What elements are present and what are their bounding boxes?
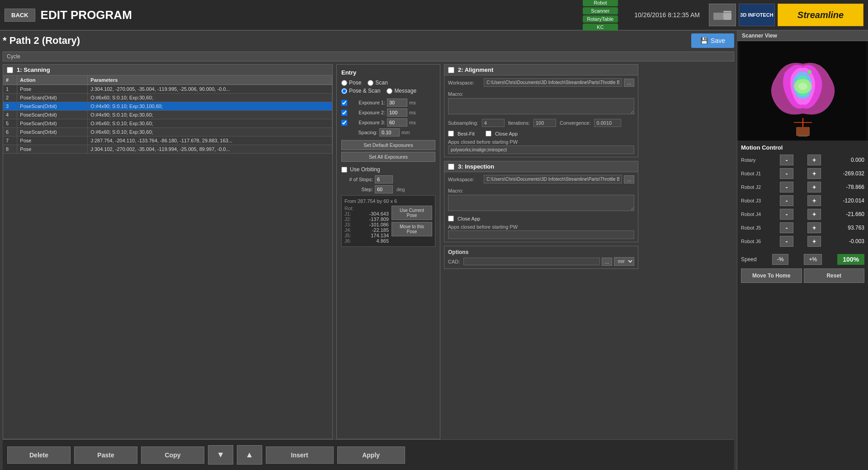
- alignment-workspace-browse-button[interactable]: ...: [624, 79, 634, 87]
- radio-scan[interactable]: Scan: [368, 80, 387, 86]
- step-input[interactable]: [375, 185, 393, 193]
- move-up-button[interactable]: ▲: [237, 445, 262, 465]
- table-row[interactable]: 8 Pose J:304.102, -270.002, -35.004, -11…: [3, 145, 332, 154]
- robot-j6-plus-button[interactable]: +: [807, 236, 821, 247]
- robot-j2-value: -78.866: [835, 184, 864, 190]
- speed-increase-button[interactable]: +%: [804, 254, 822, 265]
- table-row[interactable]: 5 PoseScan(Orbit) O:#6x60; S:0.10; Exp:3…: [3, 119, 332, 128]
- scanning-checkbox[interactable]: [7, 67, 13, 73]
- speed-decrease-button[interactable]: -%: [772, 254, 789, 265]
- exposure1-input[interactable]: [387, 99, 407, 107]
- exposure3-checkbox[interactable]: [341, 120, 347, 126]
- convergence-input[interactable]: [594, 119, 621, 127]
- reset-button[interactable]: Reset: [804, 268, 865, 283]
- delete-button[interactable]: Delete: [7, 446, 71, 464]
- table-row[interactable]: 4 PoseScan(Orbit) O:#4x90; S:0.10; Exp:3…: [3, 111, 332, 119]
- rotary-label: Rotary: [741, 157, 766, 163]
- stops-input[interactable]: [375, 175, 393, 183]
- robot-j4-plus-button[interactable]: +: [807, 209, 821, 220]
- best-fit-label: Best-Fit: [458, 131, 475, 136]
- apply-button[interactable]: Apply: [337, 446, 405, 464]
- iterations-input[interactable]: [533, 119, 556, 127]
- exposure2-checkbox[interactable]: [341, 110, 347, 116]
- inspection-workspace-input[interactable]: [484, 175, 622, 183]
- use-orbiting-checkbox[interactable]: [341, 167, 347, 173]
- move-to-pose-button[interactable]: Move to this Pose: [392, 222, 432, 236]
- alignment-macro-input[interactable]: [448, 98, 634, 114]
- row-params: O:#4x90; S:0.10; Exp:30,60;: [88, 111, 332, 119]
- robot-j6-minus-button[interactable]: -: [780, 236, 793, 247]
- table-row[interactable]: 7 Pose J:287.754, -204.110, -133.764, -8…: [3, 136, 332, 145]
- row-num: 2: [3, 94, 17, 102]
- best-fit-checkbox[interactable]: [448, 131, 454, 136]
- alignment-block: 2: Alignment Workspace: ... Macro: Subsa…: [444, 64, 638, 157]
- inspection-workspace-browse-button[interactable]: ...: [624, 175, 634, 183]
- exposure1-unit: ms: [409, 100, 418, 105]
- alignment-apps-closed-input[interactable]: [448, 146, 634, 154]
- speed-row: Speed -% +% 100%: [741, 254, 864, 265]
- save-button[interactable]: 💾 Save: [691, 33, 734, 48]
- subsampling-input[interactable]: [482, 119, 505, 127]
- cad-browse-button[interactable]: ...: [602, 258, 612, 266]
- options-title: Options: [448, 249, 634, 255]
- alignment-checkbox[interactable]: [448, 67, 454, 73]
- robot-j1-row: Robot J1 - + -269.032: [741, 168, 864, 179]
- inspection-apps-closed-input[interactable]: [448, 230, 634, 239]
- robot-j1-minus-button[interactable]: -: [780, 168, 793, 179]
- table-row[interactable]: 1 Pose J:304.102, -270.005, -35.004, -11…: [3, 85, 332, 94]
- scanning-table-area: # Action Parameters 1 Pose J:304.102, -2…: [3, 75, 332, 439]
- robot-j4-minus-button[interactable]: -: [780, 209, 793, 220]
- table-row-selected[interactable]: 3 PoseScan(Orbit) O:#4x90; S:0.10; Exp:3…: [3, 102, 332, 111]
- set-default-exposures-button[interactable]: Set Default Exposures: [341, 140, 435, 150]
- exposure1-checkbox[interactable]: [341, 100, 347, 106]
- row-num: 3: [3, 102, 17, 111]
- row-action: PoseScan(Orbit): [17, 102, 88, 111]
- iterations-label: Iterations:: [508, 120, 530, 126]
- table-row[interactable]: 2 PoseScan(Orbit) O:#6x60; S:0.10; Exp:3…: [3, 94, 332, 102]
- exposure2-input[interactable]: [387, 108, 407, 117]
- robot-j1-plus-button[interactable]: +: [807, 168, 821, 179]
- exposure3-row: Exposure 3: ms: [341, 118, 435, 127]
- radio-pose[interactable]: Pose: [341, 80, 361, 86]
- row-params: J:304.102, -270.002, -35.004, -119.994, …: [88, 145, 332, 154]
- rotary-minus-button[interactable]: -: [780, 155, 793, 165]
- bottom-toolbar: Delete Paste Copy ▼ ▲ Insert Apply: [3, 439, 734, 470]
- robot-j3-minus-button[interactable]: -: [780, 195, 793, 206]
- move-down-button[interactable]: ▼: [208, 445, 233, 465]
- close-app-inspection-checkbox[interactable]: [448, 216, 454, 221]
- unit-select[interactable]: mm in: [614, 257, 634, 266]
- speed-label: Speed: [741, 256, 757, 263]
- radio-message[interactable]: Message: [387, 88, 416, 94]
- scanner-bottom-buttons: Move To Home Reset: [741, 268, 864, 283]
- row-num: 4: [3, 111, 17, 119]
- paste-button[interactable]: Paste: [74, 446, 137, 464]
- robot-j3-plus-button[interactable]: +: [807, 195, 821, 206]
- rotary-plus-button[interactable]: +: [807, 155, 821, 165]
- robot-j1-label: Robot J1: [741, 171, 766, 176]
- back-button[interactable]: BACK: [5, 9, 35, 22]
- inspection-checkbox[interactable]: [448, 164, 454, 170]
- motion-control-title: Motion Control: [741, 144, 864, 151]
- inspection-macro-input[interactable]: [448, 195, 634, 211]
- insert-button[interactable]: Insert: [266, 446, 334, 464]
- exposure2-unit: ms: [409, 110, 418, 115]
- pose-values-area: Rot: J1: -304.643 J2: -137.809: [344, 206, 432, 244]
- close-app-alignment-checkbox[interactable]: [486, 131, 491, 136]
- exposure3-input[interactable]: [387, 118, 407, 127]
- spacing-label: Spacing:: [341, 130, 377, 135]
- use-current-pose-button[interactable]: Use Current Pose: [392, 206, 432, 220]
- radio-pose-and-scan[interactable]: Pose & Scan: [341, 88, 380, 94]
- spacing-input[interactable]: [379, 128, 400, 136]
- alignment-workspace-input[interactable]: [484, 78, 622, 87]
- move-to-home-button[interactable]: Move To Home: [741, 268, 802, 283]
- robot-j5-minus-button[interactable]: -: [780, 222, 793, 233]
- robot-j2-minus-button[interactable]: -: [780, 182, 793, 193]
- set-all-exposures-button[interactable]: Set All Exposures: [341, 152, 435, 162]
- row-action: PoseScan(Orbit): [17, 94, 88, 102]
- copy-button[interactable]: Copy: [141, 446, 204, 464]
- cad-input[interactable]: [463, 258, 600, 265]
- header: BACK EDIT PROGRAM Robot Scanner RotaryTa…: [0, 0, 868, 31]
- table-row[interactable]: 6 PoseScan(Orbit) O:#6x60; S:0.10; Exp:3…: [3, 128, 332, 136]
- robot-j2-plus-button[interactable]: +: [807, 182, 821, 193]
- robot-j5-plus-button[interactable]: +: [807, 222, 821, 233]
